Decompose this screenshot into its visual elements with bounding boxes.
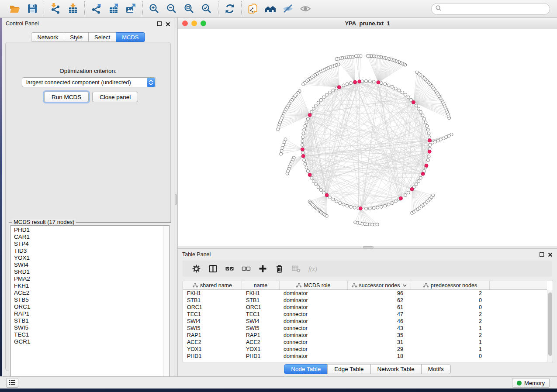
table-cell[interactable]: PHD1 (242, 353, 280, 359)
network-graph[interactable] (178, 29, 557, 246)
vertical-splitter-handle[interactable] (175, 194, 177, 205)
table-cell[interactable]: 62 (348, 297, 411, 303)
zoom-fit-icon[interactable] (180, 2, 198, 15)
column-header-shared-name[interactable]: shared name (183, 281, 242, 289)
criterion-dropdown[interactable]: largest connected component (undirected) (22, 77, 156, 87)
mcds-result-item[interactable]: YOX1 (14, 254, 169, 261)
mcds-result-item[interactable]: SWI5 (14, 324, 169, 331)
table-row[interactable]: ORC1ORC1dominator610 (183, 304, 547, 311)
table-row[interactable]: SWI5SWI5connector431 (183, 325, 547, 332)
table-cell[interactable]: SWI5 (183, 325, 242, 331)
table-cell[interactable]: 1 (411, 339, 490, 345)
table-row[interactable]: FKH1FKH1dominator962 (183, 290, 547, 297)
table-cell[interactable]: connector (280, 339, 348, 345)
hide-selected-icon[interactable] (279, 2, 297, 15)
table-cell[interactable]: dominator (280, 297, 348, 303)
table-cell[interactable]: 31 (348, 339, 411, 345)
mcds-result-item[interactable]: ACE2 (14, 289, 169, 296)
table-cell[interactable]: 1 (411, 325, 490, 331)
first-neighbors-icon[interactable] (262, 2, 279, 15)
table-cell[interactable]: ORC1 (183, 304, 242, 310)
table-cell[interactable]: 29 (348, 346, 411, 352)
mcds-result-item[interactable]: RAP1 (14, 310, 169, 317)
node-table[interactable]: shared namenameMCDS rolesuccessor nodesp… (183, 281, 553, 362)
table-cell[interactable]: 61 (348, 304, 411, 310)
mcds-result-item[interactable]: SWI4 (14, 261, 169, 268)
show-columns-icon[interactable] (205, 262, 220, 275)
export-table-icon[interactable] (105, 2, 122, 15)
table-cell[interactable]: SWI5 (242, 325, 280, 331)
table-cell[interactable]: 2 (411, 332, 490, 338)
table-cell[interactable]: dominator (280, 353, 348, 359)
import-network-icon[interactable] (47, 2, 64, 15)
table-row[interactable]: SWI4SWI4dominator462 (183, 318, 547, 325)
network-list-button[interactable] (6, 378, 18, 388)
run-mcds-button[interactable]: Run MCDS (44, 92, 89, 102)
table-cell[interactable]: 2 (411, 290, 490, 296)
tab-network[interactable]: Network (31, 32, 64, 42)
table-cell[interactable]: RAP1 (183, 332, 242, 338)
column-header-predecessor-nodes[interactable]: predecessor nodes (411, 281, 490, 289)
table-row[interactable]: PHD1PHD1dominator180 (183, 353, 547, 360)
table-cell[interactable]: ACE2 (183, 339, 242, 345)
tab-mcds[interactable]: MCDS (116, 32, 145, 42)
show-all-icon[interactable] (297, 2, 314, 15)
zoom-out-icon[interactable] (163, 2, 180, 15)
table-cell[interactable]: STB1 (183, 297, 242, 303)
table-cell[interactable]: RAP1 (242, 332, 280, 338)
table-cell[interactable]: 47 (348, 311, 411, 317)
mcds-result-list[interactable]: PHD1CAR1STP4TID3YOX1SWI4SRD1PMA2FKH1ACE2… (10, 225, 170, 383)
table-cell[interactable]: dominator (280, 304, 348, 310)
tab-motifs[interactable]: Motifs (421, 364, 451, 374)
refresh-icon[interactable] (221, 2, 239, 15)
table-cell[interactable]: 18 (348, 353, 411, 359)
table-cell[interactable]: SWI4 (242, 318, 280, 324)
float-panel-icon[interactable] (157, 21, 162, 26)
mcds-result-item[interactable]: CAR1 (14, 234, 169, 241)
table-cell[interactable]: YOX1 (183, 346, 242, 352)
mcds-result-item[interactable]: SRD1 (14, 268, 169, 275)
mcds-result-item[interactable]: FKH1 (14, 282, 169, 289)
unselect-all-columns-icon[interactable] (239, 262, 253, 275)
table-cell[interactable]: 2 (411, 318, 490, 324)
export-image-icon[interactable] (122, 2, 140, 15)
table-scrollbar-thumb[interactable] (548, 292, 552, 356)
horizontal-splitter[interactable] (178, 246, 557, 249)
table-cell[interactable]: PHD1 (183, 353, 242, 359)
table-cell[interactable]: ACE2 (242, 339, 280, 345)
table-cell[interactable]: FKH1 (242, 290, 280, 296)
search-box[interactable] (431, 3, 550, 15)
table-cell[interactable]: dominator (280, 332, 348, 338)
mcds-result-item[interactable]: PHD1 (14, 227, 169, 234)
horizontal-splitter-handle[interactable] (363, 246, 374, 248)
table-cell[interactable]: YOX1 (242, 346, 280, 352)
table-cell[interactable]: connector (280, 346, 348, 352)
table-cell[interactable]: dominator (280, 318, 348, 324)
table-cell[interactable]: connector (280, 325, 348, 331)
table-cell[interactable]: 0 (411, 304, 490, 310)
table-cell[interactable]: TEC1 (183, 311, 242, 317)
delete-column-icon[interactable] (272, 262, 287, 275)
mcds-result-item[interactable]: STB5 (14, 296, 169, 303)
close-panel-icon[interactable] (166, 21, 170, 26)
column-header-name[interactable]: name (242, 281, 280, 289)
close-panel-button[interactable]: Close panel (92, 92, 138, 102)
table-cell[interactable]: 35 (348, 332, 411, 338)
duplicate-network-icon[interactable] (244, 2, 262, 15)
table-row[interactable]: STB1STB1dominator620 (183, 297, 547, 304)
zoom-in-icon[interactable] (145, 2, 163, 15)
tab-edge-table[interactable]: Edge Table (327, 364, 370, 374)
table-cell[interactable]: TEC1 (242, 311, 280, 317)
vertical-splitter[interactable] (174, 18, 178, 376)
table-cell[interactable]: ORC1 (242, 304, 280, 310)
column-header-MCDS-role[interactable]: MCDS role (280, 281, 348, 289)
table-cell[interactable]: STB1 (242, 297, 280, 303)
table-cell[interactable]: 46 (348, 318, 411, 324)
tab-style[interactable]: Style (64, 32, 89, 42)
table-cell[interactable]: dominator (280, 290, 348, 296)
table-cell[interactable]: 43 (348, 325, 411, 331)
table-cell[interactable]: 0 (411, 297, 490, 303)
mcds-result-item[interactable]: PMA2 (14, 275, 169, 282)
table-row[interactable]: ACE2ACE2connector311 (183, 339, 547, 346)
table-cell[interactable]: FKH1 (183, 290, 242, 296)
